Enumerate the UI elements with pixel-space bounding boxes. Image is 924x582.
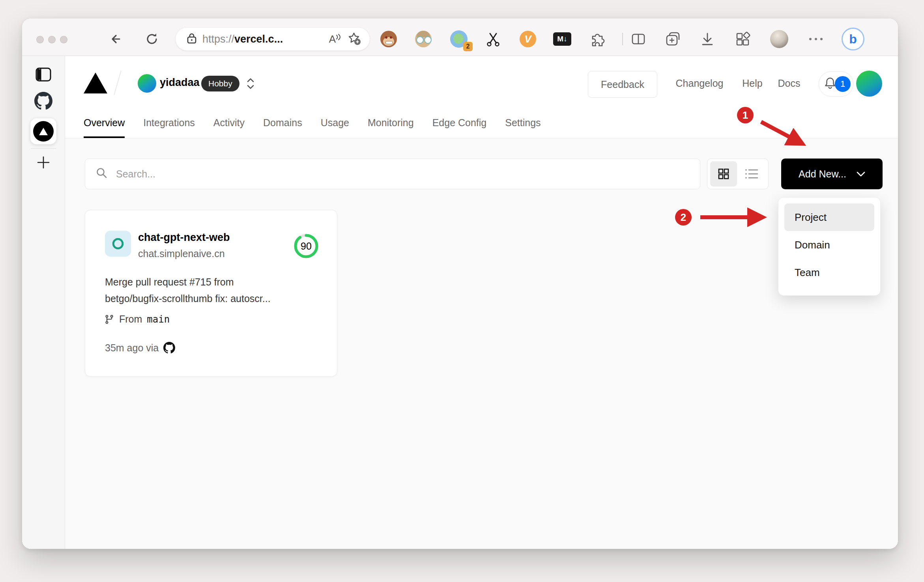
feedback-button[interactable]: Feedback xyxy=(588,71,657,98)
team-name[interactable]: yidadaa xyxy=(160,76,200,89)
dropdown-item-team[interactable]: Team xyxy=(784,259,874,286)
markdown-icon[interactable]: M↓ xyxy=(553,32,571,46)
traffic-lights xyxy=(36,36,67,43)
openai-logo xyxy=(109,235,127,253)
tab-activity[interactable]: Activity xyxy=(213,107,245,138)
project-card[interactable]: chat-gpt-next-web chat.simplenaive.cn 90… xyxy=(85,210,337,377)
browser-toolbar: https://vercel.c... A xyxy=(22,19,898,56)
breadcrumb-divider xyxy=(114,71,122,95)
grid-view-icon xyxy=(717,167,730,181)
github-icon[interactable] xyxy=(34,92,52,112)
tab-integrations[interactable]: Integrations xyxy=(143,107,195,138)
from-label: From xyxy=(119,313,142,325)
avatar-extension-icon[interactable] xyxy=(415,31,432,47)
split-screen-icon[interactable] xyxy=(630,31,647,47)
toolbar-divider xyxy=(622,33,623,45)
apps-icon[interactable] xyxy=(734,31,751,47)
commit-message-line2[interactable]: betgo/bugfix-scrollthumb fix: autoscr... xyxy=(105,293,320,304)
close-window-icon[interactable] xyxy=(36,36,44,43)
project-avatar xyxy=(105,231,131,257)
panel-toggle-icon[interactable] xyxy=(35,67,52,84)
url-text: https://vercel.c... xyxy=(202,33,283,45)
minimize-window-icon[interactable] xyxy=(48,36,56,43)
extension-badge: 2 xyxy=(463,42,473,51)
read-aloud-icon[interactable]: A xyxy=(329,33,341,45)
list-view-button[interactable] xyxy=(738,161,765,187)
dual-circle-extension-icon[interactable]: 2 xyxy=(450,30,469,48)
vercel-logo[interactable] xyxy=(84,73,107,95)
bing-chat-icon[interactable]: b xyxy=(842,28,864,50)
github-mark-icon xyxy=(163,342,175,354)
team-switcher-icon[interactable] xyxy=(246,77,255,91)
step-1-badge: 1 xyxy=(737,107,754,123)
git-branch-icon xyxy=(104,314,114,325)
address-bar[interactable]: https://vercel.c... A xyxy=(176,28,370,50)
list-view-icon xyxy=(744,168,759,180)
dropdown-item-project[interactable]: Project xyxy=(784,203,874,231)
branch-name[interactable]: main xyxy=(147,314,170,325)
back-icon[interactable] xyxy=(108,30,125,48)
notification-badge: 1 xyxy=(835,76,851,92)
vercel-app: yidadaa Hobby Feedback Changelog Help Do… xyxy=(65,56,898,549)
notifications-button[interactable]: 1 xyxy=(819,71,853,97)
help-link[interactable]: Help xyxy=(742,78,762,89)
project-domain[interactable]: chat.simplenaive.cn xyxy=(138,248,225,259)
zoom-window-icon[interactable] xyxy=(60,36,67,43)
bell-icon xyxy=(824,76,836,91)
vercel-tab-icon xyxy=(33,121,54,142)
tampermonkey-icon[interactable] xyxy=(380,31,397,47)
branch-row: From main xyxy=(104,313,170,325)
browser-sidebar xyxy=(22,56,65,549)
add-new-dropdown: Project Domain Team xyxy=(778,197,881,296)
chevron-down-icon xyxy=(857,172,865,177)
more-icon[interactable] xyxy=(809,38,823,40)
project-name[interactable]: chat-gpt-next-web xyxy=(138,231,230,244)
team-avatar[interactable] xyxy=(138,74,156,93)
puzzle-icon[interactable] xyxy=(589,31,606,47)
user-avatar[interactable] xyxy=(856,71,882,97)
score-ring[interactable]: 90 xyxy=(291,231,321,261)
reload-icon[interactable] xyxy=(143,30,161,48)
score-value: 90 xyxy=(291,231,321,261)
vercel-tab[interactable] xyxy=(30,118,56,144)
tab-overview[interactable]: Overview xyxy=(84,107,125,138)
new-tab-plus-icon[interactable] xyxy=(36,155,51,172)
deployment-meta: 35m ago via xyxy=(105,342,175,354)
v-extension-icon[interactable]: V xyxy=(520,31,536,47)
tab-edge-config[interactable]: Edge Config xyxy=(432,107,487,138)
changelog-link[interactable]: Changelog xyxy=(676,78,724,89)
view-toggle xyxy=(707,159,769,189)
vercel-header: yidadaa Hobby Feedback Changelog Help Do… xyxy=(65,56,898,138)
dropdown-item-domain[interactable]: Domain xyxy=(784,231,874,259)
grid-view-button[interactable] xyxy=(710,161,737,187)
profile-avatar[interactable] xyxy=(770,30,788,48)
desktop-background: https://vercel.c... A xyxy=(0,0,924,582)
search-icon xyxy=(95,167,108,181)
favorite-star-icon[interactable] xyxy=(347,31,361,47)
search-input[interactable] xyxy=(115,168,700,180)
tab-domains[interactable]: Domains xyxy=(263,107,302,138)
sidebar-divider xyxy=(31,148,56,149)
lock-icon xyxy=(187,32,197,46)
download-icon[interactable] xyxy=(699,31,716,47)
step-2-badge: 2 xyxy=(675,209,692,226)
scissors-icon[interactable] xyxy=(485,31,501,47)
add-new-button[interactable]: Add New... xyxy=(781,159,883,189)
tab-monitoring[interactable]: Monitoring xyxy=(368,107,414,138)
deployed-time: 35m ago via xyxy=(105,342,159,354)
docs-link[interactable]: Docs xyxy=(778,78,801,89)
plan-badge: Hobby xyxy=(201,76,239,91)
browser-window: https://vercel.c... A xyxy=(22,19,898,549)
search-bar xyxy=(85,159,700,189)
tab-settings[interactable]: Settings xyxy=(505,107,541,138)
tab-bar: Overview Integrations Activity Domains U… xyxy=(84,107,541,138)
commit-message-line1[interactable]: Merge pull request #715 from xyxy=(105,276,320,288)
collections-icon[interactable] xyxy=(664,30,681,48)
tab-usage[interactable]: Usage xyxy=(321,107,349,138)
